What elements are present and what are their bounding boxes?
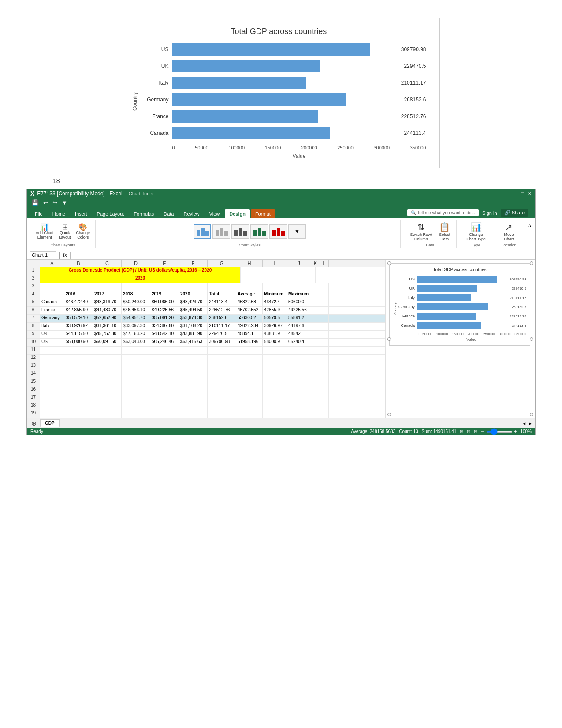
function-wizard-btn[interactable]: fx bbox=[63, 252, 67, 258]
cell-19-L[interactable] bbox=[320, 410, 329, 418]
cell-13-H[interactable] bbox=[236, 362, 263, 370]
redo-qat-btn[interactable]: ↪ bbox=[51, 199, 59, 206]
cell-17-H[interactable] bbox=[236, 394, 263, 402]
cell-14-B[interactable] bbox=[64, 370, 93, 378]
cell-9-J[interactable]: 48542.1 bbox=[287, 331, 311, 338]
cell-6-H[interactable]: 45702.552 bbox=[236, 307, 263, 314]
cell-14-F[interactable] bbox=[179, 370, 208, 378]
chart-style-2[interactable] bbox=[212, 224, 230, 239]
cell-7-L[interactable] bbox=[320, 315, 329, 322]
cell-5-H[interactable]: 46822.68 bbox=[236, 299, 263, 306]
cell-11-E[interactable] bbox=[150, 347, 179, 354]
cell-5-A[interactable]: Canada bbox=[40, 299, 64, 306]
cell-8-L[interactable] bbox=[320, 323, 329, 330]
tab-page-layout[interactable]: Page Layout bbox=[93, 209, 129, 218]
cell-11-J[interactable] bbox=[287, 347, 311, 354]
cell-14-C[interactable] bbox=[93, 370, 122, 378]
cell-7-G[interactable]: 268152.6 bbox=[208, 315, 236, 322]
change-chart-type-btn[interactable]: 📊 Change Chart Type bbox=[464, 221, 488, 242]
signin-link[interactable]: Sign in bbox=[482, 210, 497, 216]
cell-17-B[interactable] bbox=[64, 394, 93, 402]
cell-8-K[interactable] bbox=[311, 323, 320, 330]
cell-14-L[interactable] bbox=[320, 370, 329, 378]
cell-16-C[interactable] bbox=[93, 386, 122, 394]
cell-4-G[interactable]: Total bbox=[208, 291, 236, 299]
add-sheet-btn[interactable]: ⊕ bbox=[30, 420, 38, 427]
cell-6-D[interactable]: $46,456.10 bbox=[122, 307, 150, 314]
tab-insert[interactable]: Insert bbox=[71, 209, 92, 218]
cell-19-E[interactable] bbox=[150, 410, 179, 418]
cell-14-I[interactable] bbox=[263, 370, 287, 378]
cell-7-K[interactable] bbox=[311, 315, 320, 322]
cell-18-F[interactable] bbox=[179, 402, 208, 410]
cell-16-E[interactable] bbox=[150, 386, 179, 394]
cell-1-L[interactable] bbox=[324, 267, 333, 275]
cell-18-E[interactable] bbox=[150, 402, 179, 410]
cell-7-E[interactable]: $55,091.20 bbox=[150, 315, 179, 322]
cell-5-F[interactable]: $48,423.70 bbox=[179, 299, 208, 306]
cell-13-B[interactable] bbox=[64, 362, 93, 370]
cell-13-A[interactable] bbox=[40, 362, 64, 370]
col-header-E[interactable]: E bbox=[150, 260, 179, 267]
cell-8-F[interactable]: $31,108.20 bbox=[179, 323, 208, 330]
save-qat-btn[interactable]: 💾 bbox=[30, 199, 40, 206]
cell-16-F[interactable] bbox=[179, 386, 208, 394]
cell-6-B[interactable]: $42,855.90 bbox=[64, 307, 93, 314]
chart-style-4[interactable] bbox=[250, 224, 268, 239]
cell-18-G[interactable] bbox=[208, 402, 236, 410]
col-header-K[interactable]: K bbox=[311, 260, 320, 267]
cell-12-K[interactable] bbox=[311, 355, 320, 362]
cell-18-C[interactable] bbox=[93, 402, 122, 410]
cell-4-L[interactable] bbox=[320, 291, 329, 299]
cell-11-I[interactable] bbox=[263, 347, 287, 354]
cell-5-I[interactable]: 46472.4 bbox=[263, 299, 287, 306]
tab-home[interactable]: Home bbox=[48, 209, 70, 218]
cell-16-J[interactable] bbox=[287, 386, 311, 394]
cell-16-H[interactable] bbox=[236, 386, 263, 394]
cell-15-J[interactable] bbox=[287, 378, 311, 386]
cell-15-D[interactable] bbox=[122, 378, 150, 386]
cell-3-F[interactable] bbox=[179, 283, 208, 291]
share-btn[interactable]: 🔗 Share bbox=[501, 209, 528, 217]
cell-4-H[interactable]: Average bbox=[236, 291, 263, 299]
cell-14-A[interactable] bbox=[40, 370, 64, 378]
cell-15-G[interactable] bbox=[208, 378, 236, 386]
cell-8-I[interactable]: 30926.97 bbox=[263, 323, 287, 330]
change-colors-btn[interactable]: 🎨 Change Colors bbox=[74, 223, 92, 240]
scroll-right-btn[interactable]: ► bbox=[528, 421, 532, 426]
cell-9-B[interactable]: $44,115.50 bbox=[64, 331, 93, 338]
chart-style-3[interactable] bbox=[231, 224, 249, 239]
cell-17-L[interactable] bbox=[320, 394, 329, 402]
cell-17-J[interactable] bbox=[287, 394, 311, 402]
cell-16-L[interactable] bbox=[320, 386, 329, 394]
cell-3-I[interactable] bbox=[263, 283, 287, 291]
cell-19-J[interactable] bbox=[287, 410, 311, 418]
cell-10-E[interactable]: $65,246.46 bbox=[150, 339, 179, 346]
cell-1-H[interactable] bbox=[241, 267, 267, 275]
cell-5-E[interactable]: $50,066.00 bbox=[150, 299, 179, 306]
cell-4-D[interactable]: 2018 bbox=[122, 291, 150, 299]
cell-11-F[interactable] bbox=[179, 347, 208, 354]
cell-13-E[interactable] bbox=[150, 362, 179, 370]
cell-4-J[interactable]: Maximum bbox=[287, 291, 311, 299]
cell-5-J[interactable]: 50600.0 bbox=[287, 299, 311, 306]
col-header-H[interactable]: H bbox=[236, 260, 263, 267]
cell-11-G[interactable] bbox=[208, 347, 236, 354]
cell-7-A[interactable]: Germany bbox=[40, 315, 64, 322]
cell-10-L[interactable] bbox=[320, 339, 329, 346]
cell-1-K[interactable] bbox=[316, 267, 324, 275]
chart-style-more[interactable]: ▼ bbox=[288, 224, 306, 239]
cell-5-C[interactable]: $48,316.70 bbox=[93, 299, 122, 306]
cell-reference-input[interactable] bbox=[30, 251, 56, 258]
cell-12-G[interactable] bbox=[208, 355, 236, 362]
qat-dropdown[interactable]: ▼ bbox=[60, 199, 69, 206]
cell-17-E[interactable] bbox=[150, 394, 179, 402]
cell-15-K[interactable] bbox=[311, 378, 320, 386]
cell-10-A[interactable]: US bbox=[40, 339, 64, 346]
cell-5-B[interactable]: $46,472.40 bbox=[64, 299, 93, 306]
cell-11-H[interactable] bbox=[236, 347, 263, 354]
cell-16-A[interactable] bbox=[40, 386, 64, 394]
col-header-A[interactable]: A bbox=[40, 260, 64, 267]
tab-review[interactable]: Review bbox=[179, 209, 204, 218]
col-header-I[interactable]: I bbox=[263, 260, 287, 267]
